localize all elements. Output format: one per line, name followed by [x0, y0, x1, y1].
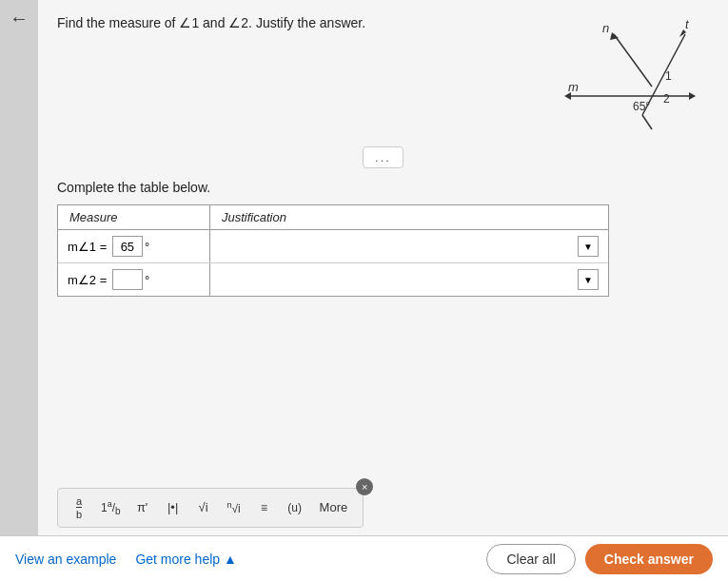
svg-text:n: n [602, 21, 609, 35]
nth-root-button[interactable]: n√i [221, 498, 247, 517]
clear-all-button[interactable]: Clear all [486, 544, 575, 574]
svg-marker-7 [689, 92, 696, 100]
svg-text:m: m [568, 80, 579, 94]
check-answer-button[interactable]: Check answer [585, 544, 713, 574]
dots-button[interactable]: ... [363, 146, 403, 168]
view-example-link[interactable]: View an example [15, 552, 116, 567]
row2-justification-dropdown[interactable]: ▼ [578, 269, 599, 290]
absolute-value-button[interactable]: |•| [160, 498, 187, 516]
svg-text:t: t [685, 17, 690, 31]
row2-degree: ° [145, 273, 149, 287]
row1-measure-label: m∠1 = [68, 240, 110, 254]
row2-measure-input[interactable] [112, 269, 143, 290]
svg-text:65°: 65° [633, 100, 650, 113]
row1-degree: ° [145, 240, 149, 254]
bottom-bar: View an example Get more help ▲ Clear al… [0, 535, 728, 581]
diagram-svg: 1 2 65° n t m [509, 15, 699, 139]
get-help-link[interactable]: Get more help ▲ [135, 552, 236, 567]
col-header-justification: Justification [210, 205, 608, 229]
table-row: m∠2 = ° ▼ [58, 263, 608, 296]
table-row: m∠1 = ° ▼ [58, 230, 608, 263]
question-text: Find the measure of ∠1 and ∠2. Justify t… [57, 15, 365, 30]
toolbar-close-button[interactable]: × [356, 478, 373, 495]
fraction-button[interactable]: ab [66, 494, 92, 522]
svg-line-2 [614, 34, 652, 87]
svg-text:2: 2 [663, 92, 670, 106]
answer-table: Measure Justification m∠1 = ° ▼ m∠2 = [57, 204, 609, 297]
col-header-measure: Measure [58, 205, 210, 229]
svg-line-3 [642, 115, 652, 129]
more-button[interactable]: More [312, 498, 356, 516]
function-button[interactable]: (u) [282, 499, 308, 516]
back-arrow-icon[interactable]: ← [10, 8, 29, 29]
prime-button[interactable]: π' [129, 498, 156, 516]
math-toolbar: ab 1a/b π' |•| √i [57, 488, 364, 528]
subscript-button[interactable]: ≡ [251, 499, 278, 516]
svg-text:1: 1 [665, 69, 672, 83]
row1-measure-input[interactable] [112, 236, 143, 257]
mixed-number-button[interactable]: 1a/b [96, 497, 126, 518]
row1-justification-dropdown[interactable]: ▼ [578, 236, 599, 257]
complete-text: Complete the table below. [57, 180, 709, 195]
sqrt-button[interactable]: √i [190, 498, 217, 516]
row2-measure-label: m∠2 = [68, 273, 110, 287]
